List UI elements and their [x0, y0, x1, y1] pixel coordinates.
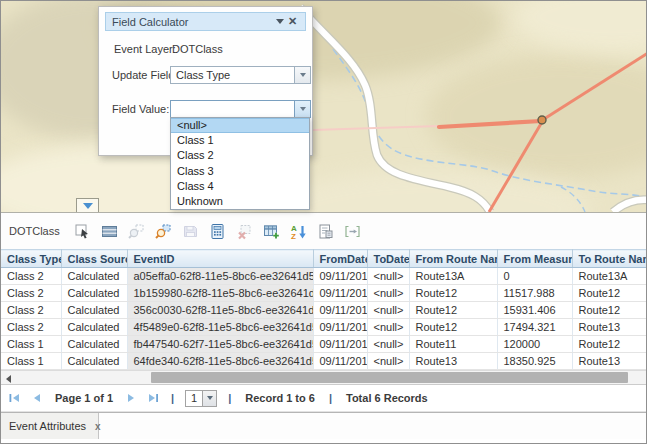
previous-page-button[interactable]: [30, 392, 43, 404]
column-header-from-measure[interactable]: From Measure: [497, 250, 572, 268]
zoom-to-selected-icon: [128, 223, 145, 240]
first-page-button[interactable]: [8, 392, 21, 404]
attribute-table: Class Type Class Source EventID FromDate…: [1, 249, 647, 370]
chevron-down-icon[interactable]: [202, 391, 216, 406]
column-header-todate[interactable]: ToDate: [367, 250, 409, 268]
dialog-collapse-button[interactable]: [273, 15, 286, 28]
table-row[interactable]: Class 1Calculatedfb447540-62f7-11e5-8bc6…: [1, 336, 647, 353]
chevron-down-icon: [83, 203, 93, 209]
attribute-table-panel: DOTClass: [1, 212, 647, 444]
sort-icon[interactable]: AZ: [290, 223, 307, 240]
svg-text:Z: Z: [291, 232, 296, 240]
dropdown-option-class1[interactable]: Class 1: [171, 133, 309, 148]
select-features-icon[interactable]: [74, 223, 91, 240]
report-icon[interactable]: [317, 223, 334, 240]
event-layer-value: DOTClass: [172, 43, 223, 55]
table-row[interactable]: Class 1Calculated64fde340-62f8-11e5-8bc6…: [1, 353, 647, 370]
update-field-select[interactable]: Class Type: [170, 66, 311, 84]
scroll-left-arrow-icon[interactable]: [6, 375, 11, 383]
pagination-bar: Page 1 of 1 | 1 | Record 1 to 6 | Total …: [1, 385, 647, 412]
horizontal-scrollbar[interactable]: [1, 370, 647, 385]
save-icon: [182, 223, 199, 240]
add-to-table-icon[interactable]: [263, 223, 280, 240]
table-header-row: Class Type Class Source EventID FromDate…: [1, 250, 647, 268]
last-page-button[interactable]: [147, 392, 160, 404]
clear-selection-icon: [236, 223, 253, 240]
dialog-titlebar[interactable]: Field Calculator ✕: [105, 12, 306, 31]
table-toolbar: DOTClass: [1, 213, 647, 249]
field-value-select[interactable]: [170, 100, 311, 118]
column-header-fromdate[interactable]: FromDate: [313, 250, 367, 268]
close-icon: ✕: [288, 16, 297, 27]
column-header-class-source[interactable]: Class Source: [61, 250, 127, 268]
table-row[interactable]: Class 2Calculated4f5489e0-62f8-11e5-8bc6…: [1, 319, 647, 336]
column-header-eventid[interactable]: EventID: [127, 250, 313, 268]
fit-columns-icon[interactable]: [344, 223, 361, 240]
table-row[interactable]: Class 2Calculated1b159980-62f8-11e5-8bc6…: [1, 285, 647, 302]
app-window: Field Calculator ✕ Event Layer: DOTClass…: [0, 0, 647, 444]
update-field-label: Update Field:: [112, 69, 177, 81]
dropdown-option-unknown[interactable]: Unknown: [171, 194, 309, 209]
dialog-close-button[interactable]: ✕: [286, 15, 299, 28]
tab-event-attributes[interactable]: Event Attributes x: [1, 413, 99, 439]
bottom-tab-bar: Event Attributes x: [1, 412, 647, 439]
chevron-down-icon[interactable]: [294, 101, 310, 117]
collapse-table-panel-button[interactable]: [76, 198, 99, 212]
separator: |: [169, 392, 176, 404]
separator: |: [327, 392, 334, 404]
page-number-value: 1: [186, 391, 202, 406]
chevron-down-icon: [276, 19, 284, 24]
show-selected-records-icon[interactable]: [101, 223, 118, 240]
table-row[interactable]: Class 2Calculateda05effa0-62f8-11e5-8bc6…: [1, 268, 647, 285]
field-calculator-icon[interactable]: [209, 223, 226, 240]
separator: |: [226, 392, 233, 404]
next-page-button[interactable]: [125, 392, 138, 404]
table-row[interactable]: Class 2Calculated356c0030-62f8-11e5-8bc6…: [1, 302, 647, 319]
column-header-to-route-name[interactable]: To Route Name: [572, 250, 647, 268]
dropdown-option-null[interactable]: <null>: [171, 118, 309, 133]
dropdown-option-class2[interactable]: Class 2: [171, 148, 309, 163]
record-range-label: Record 1 to 6: [242, 392, 318, 404]
dropdown-option-class4[interactable]: Class 4: [171, 179, 309, 194]
route-junction-marker[interactable]: [538, 116, 546, 124]
dropdown-option-class3[interactable]: Class 3: [171, 164, 309, 179]
zoom-to-features-icon[interactable]: [155, 223, 172, 240]
total-records-label: Total 6 Records: [343, 392, 431, 404]
scrollbar-thumb[interactable]: [151, 372, 628, 383]
event-layer-label: Event Layer:: [114, 43, 176, 55]
field-value-selected-value: [171, 101, 294, 117]
page-indicator: Page 1 of 1: [52, 392, 116, 404]
field-value-label: Field Value:: [112, 103, 169, 115]
column-header-class-type[interactable]: Class Type: [1, 250, 61, 268]
layer-name-label: DOTClass: [9, 225, 60, 237]
tab-close-icon[interactable]: x: [95, 421, 101, 432]
dialog-title: Field Calculator: [112, 16, 273, 28]
field-value-dropdown-list: <null> Class 1 Class 2 Class 3 Class 4 U…: [170, 117, 310, 210]
tab-label: Event Attributes: [9, 420, 86, 432]
chevron-down-icon[interactable]: [294, 67, 310, 83]
page-number-select[interactable]: 1: [185, 390, 217, 407]
column-header-from-route-name[interactable]: From Route Name: [409, 250, 497, 268]
update-field-selected-value: Class Type: [171, 67, 294, 83]
